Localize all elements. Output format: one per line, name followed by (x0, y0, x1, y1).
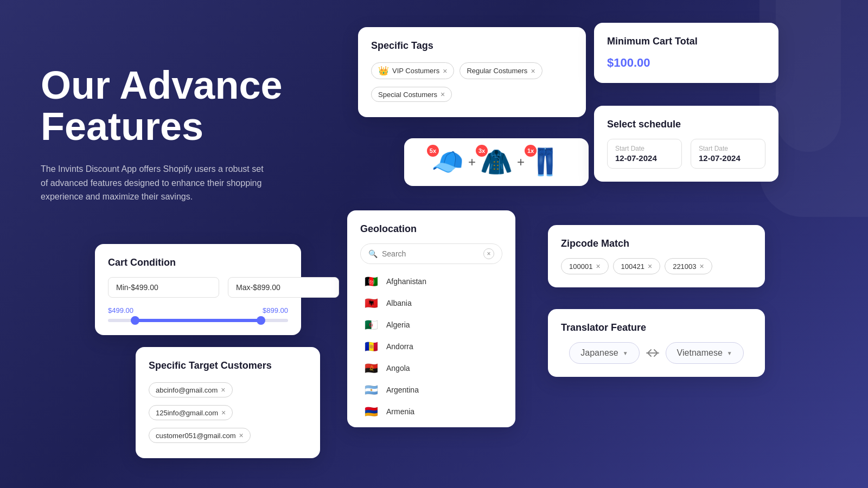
to-language-arrow-icon: ▼ (727, 350, 732, 356)
zipcode-tags-container: 100001 × 100421 × 221003 × (561, 258, 752, 274)
country-name-afghanistan: Afghanistan (386, 277, 426, 286)
flag-albania: 🇦🇱 (362, 297, 380, 310)
range-thumb-left[interactable] (131, 316, 139, 325)
date-row: Start Date 12-07-2024 Start Date 12-07-2… (607, 139, 765, 169)
special-tag-remove[interactable]: × (441, 90, 445, 99)
end-date-box[interactable]: Start Date 12-07-2024 (691, 139, 765, 169)
to-language-select[interactable]: Vietnamese ▼ (666, 342, 744, 364)
email-tag-3-remove[interactable]: × (239, 431, 244, 440)
geolocation-title: Geolocation (360, 223, 502, 235)
zip-tag-2: 100421 × (613, 258, 661, 274)
country-name-andorra: Andorra (386, 342, 413, 351)
product-3-badge: 1x (525, 145, 537, 157)
end-date-label: Start Date (699, 145, 757, 152)
translate-direction-icon (646, 349, 659, 357)
zip-tag-3-text: 221003 (673, 262, 696, 271)
country-afghanistan[interactable]: 🇦🇫 Afghanistan (360, 271, 502, 292)
to-language-label: Vietnamese (677, 348, 723, 358)
range-labels: $499.00 $899.00 (108, 306, 288, 314)
product-2: 3x 🧥 (480, 149, 513, 175)
country-angola[interactable]: 🇦🇴 Angola (360, 357, 502, 379)
vip-tag-text: VIP Costumers (392, 67, 439, 75)
vip-tag: 👑 VIP Costumers × (371, 62, 454, 79)
zip-tag-3: 221003 × (665, 258, 712, 274)
schedule-card: Select schedule Start Date 12-07-2024 St… (594, 106, 778, 182)
flag-afghanistan: 🇦🇫 (362, 275, 380, 288)
country-albania[interactable]: 🇦🇱 Albania (360, 292, 502, 314)
cart-condition-title: Cart Condition (108, 257, 288, 268)
special-tag: Special Costumers × (371, 87, 452, 102)
product-combo-card: 5x 🧢 + 3x 🧥 + 1x 👖 (404, 138, 589, 186)
country-name-argentina: Argentina (386, 386, 419, 394)
start-date-value: 12-07-2024 (615, 153, 674, 163)
regular-tag-remove[interactable]: × (531, 67, 535, 75)
flag-armenia: 🇦🇲 (362, 405, 380, 418)
email-tag-2: 125info@gmail.com × (149, 405, 233, 420)
flag-andorra: 🇦🇩 (362, 340, 380, 353)
country-andorra[interactable]: 🇦🇩 Andorra (360, 336, 502, 357)
zip-tag-1: 100001 × (561, 258, 609, 274)
geo-search-input[interactable] (382, 249, 479, 258)
specific-tags-title: Specific Tags (371, 40, 573, 52)
from-language-select[interactable]: Japanese ▼ (569, 342, 639, 364)
email-tag-2-remove[interactable]: × (221, 408, 226, 417)
start-date-box[interactable]: Start Date 12-07-2024 (607, 139, 682, 169)
zip-tag-2-remove[interactable]: × (648, 262, 652, 271)
email-tag-3-text: customer051@gmail.com (156, 432, 236, 440)
geolocation-card: Geolocation 🔍 × 🇦🇫 Afghanistan 🇦🇱 Albani… (347, 210, 515, 427)
country-name-albania: Albania (386, 299, 412, 307)
range-fill (135, 319, 261, 322)
country-name-algeria: Algeria (386, 320, 410, 329)
zip-tag-3-remove[interactable]: × (700, 262, 704, 271)
product-3: 1x 👖 (529, 149, 561, 175)
zip-tag-1-remove[interactable]: × (596, 262, 600, 271)
special-tag-text: Special Costumers (378, 91, 437, 99)
flag-angola: 🇦🇴 (362, 362, 380, 375)
min-range-label: $499.00 (108, 306, 133, 314)
range-track[interactable] (108, 319, 288, 322)
min-input[interactable] (108, 277, 219, 298)
cart-condition-card: Cart Condition $499.00 $899.00 (95, 244, 301, 335)
target-customers-title: Specific Target Customers (149, 360, 307, 371)
country-armenia[interactable]: 🇦🇲 Armenia (360, 401, 502, 422)
zip-tag-2-text: 100421 (621, 262, 644, 271)
email-tag-2-text: 125info@gmail.com (156, 409, 218, 417)
min-cart-value: $100.00 (607, 56, 765, 70)
email-tag-1-remove[interactable]: × (221, 386, 225, 394)
country-name-angola: Angola (386, 364, 410, 373)
cart-condition-inputs (108, 277, 288, 298)
country-name-armenia: Armenia (386, 407, 414, 416)
translator-card: Translator Feature Japanese ▼ Vietnamese… (548, 309, 765, 377)
geo-search-clear[interactable]: × (483, 248, 494, 259)
min-cart-title: Minimum Cart Total (607, 36, 765, 47)
from-language-arrow-icon: ▼ (623, 350, 628, 356)
zipcode-card: Zipcode Match 100001 × 100421 × 221003 × (548, 225, 765, 287)
flag-argentina: 🇦🇷 (362, 383, 380, 396)
search-icon: 🔍 (368, 249, 378, 258)
schedule-title: Select schedule (607, 119, 765, 130)
range-thumb-right[interactable] (257, 316, 265, 325)
country-argentina[interactable]: 🇦🇷 Argentina (360, 379, 502, 401)
email-tag-1-text: abcinfo@gmail.com (156, 386, 218, 394)
geo-search-container: 🔍 × (360, 243, 502, 264)
target-customers-card: Specific Target Customers abcinfo@gmail.… (136, 347, 320, 458)
min-cart-card: Minimum Cart Total $100.00 (594, 23, 778, 83)
specific-tags-card: Specific Tags 👑 VIP Costumers × Regular … (358, 27, 586, 117)
zipcode-title: Zipcode Match (561, 238, 752, 249)
from-language-label: Japanese (580, 348, 618, 358)
hero-section: Our Advance Features The Invints Discoun… (41, 65, 323, 204)
translator-title: Translator Feature (561, 322, 752, 333)
plus-2: + (517, 155, 525, 170)
specific-tags-container: 👑 VIP Costumers × Regular Costumers × Sp… (371, 60, 573, 104)
product-1-badge: 5x (427, 145, 439, 157)
max-range-label: $899.00 (263, 306, 288, 314)
regular-tag: Regular Costumers × (459, 62, 542, 79)
max-input[interactable] (228, 277, 339, 298)
subtitle: The Invints Discount App offers Shopify … (41, 162, 269, 204)
product-2-badge: 3x (476, 145, 488, 157)
regular-tag-text: Regular Costumers (467, 67, 527, 75)
vip-tag-remove[interactable]: × (443, 67, 447, 75)
country-algeria[interactable]: 🇩🇿 Algeria (360, 314, 502, 336)
email-tag-1: abcinfo@gmail.com × (149, 382, 233, 397)
main-title: Our Advance Features (41, 65, 323, 147)
